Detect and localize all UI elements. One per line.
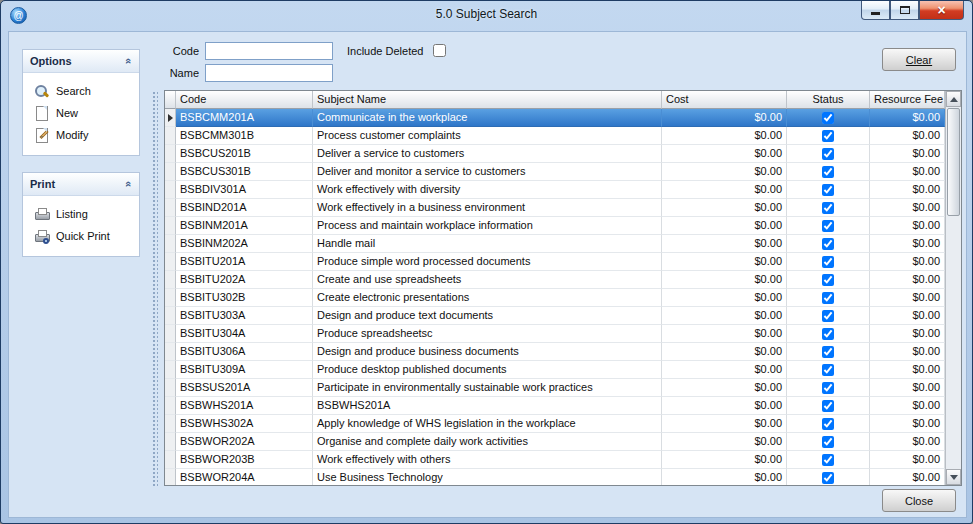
sidebar-item-search[interactable]: Search [27, 80, 135, 102]
search-icon [34, 84, 49, 99]
status-checkbox[interactable] [822, 274, 834, 286]
close-window-button[interactable]: × [919, 1, 964, 20]
column-header-code[interactable]: Code [176, 91, 313, 109]
sidebar-item-quick-print[interactable]: Quick Print [27, 225, 135, 247]
vertical-scrollbar[interactable] [945, 91, 961, 485]
sidebar-item-listing[interactable]: Listing [27, 203, 135, 225]
status-checkbox[interactable] [822, 292, 834, 304]
table-row[interactable]: BSBWOR204AUse Business Technology$0.00$0… [165, 469, 945, 485]
sidebar-item-new[interactable]: New [27, 102, 135, 124]
row-cost: $0.00 [662, 397, 787, 415]
row-indicator [165, 307, 176, 325]
scroll-down-button[interactable] [946, 469, 961, 485]
status-checkbox[interactable] [822, 436, 834, 448]
status-checkbox[interactable] [822, 148, 834, 160]
table-row[interactable]: BSBSUS201AParticipate in environmentally… [165, 379, 945, 397]
row-cost: $0.00 [662, 361, 787, 379]
status-checkbox[interactable] [822, 238, 834, 250]
subjects-grid: Code Subject Name Cost Status Resource F… [164, 90, 962, 486]
table-row[interactable]: BSBDIV301AWork effectively with diversit… [165, 181, 945, 199]
scroll-up-button[interactable] [946, 91, 961, 107]
table-row[interactable]: BSBWHS201ABSBWHS201A$0.00$0.00 [165, 397, 945, 415]
include-deleted-checkbox[interactable] [433, 44, 446, 57]
row-subject-name: Work effectively in a business environme… [313, 199, 662, 217]
status-checkbox[interactable] [822, 130, 834, 142]
row-subject-name: Produce desktop published documents [313, 361, 662, 379]
table-row[interactable]: BSBWOR202AOrganise and complete daily wo… [165, 433, 945, 451]
row-code: BSBITU306A [176, 343, 313, 361]
sidebar-item-modify[interactable]: Modify [27, 124, 135, 146]
status-checkbox[interactable] [822, 418, 834, 430]
row-code: BSBWOR202A [176, 433, 313, 451]
row-code: BSBINM202A [176, 235, 313, 253]
row-resource-fee: $0.00 [870, 343, 945, 361]
column-header-subject-name[interactable]: Subject Name [313, 91, 662, 109]
column-header-cost[interactable]: Cost [662, 91, 787, 109]
table-row[interactable]: BSBITU309AProduce desktop published docu… [165, 361, 945, 379]
status-checkbox[interactable] [822, 256, 834, 268]
status-checkbox[interactable] [822, 400, 834, 412]
table-row[interactable]: BSBCMM301BProcess customer complaints$0.… [165, 127, 945, 145]
options-panel: Options Search New Modify [22, 49, 140, 156]
table-row[interactable]: BSBINM201AProcess and maintain workplace… [165, 217, 945, 235]
table-row[interactable]: BSBCUS201BDeliver a service to customers… [165, 145, 945, 163]
code-input[interactable] [205, 42, 333, 60]
status-checkbox[interactable] [822, 454, 834, 466]
include-deleted-label: Include Deleted [347, 45, 423, 57]
scroll-up-icon [950, 97, 958, 102]
status-checkbox[interactable] [822, 382, 834, 394]
status-checkbox[interactable] [822, 346, 834, 358]
clear-button[interactable]: Clear [882, 48, 956, 71]
row-status [787, 127, 870, 145]
sidebar-item-label: Quick Print [56, 230, 110, 242]
row-indicator [165, 235, 176, 253]
status-checkbox[interactable] [822, 310, 834, 322]
status-checkbox[interactable] [822, 202, 834, 214]
table-row[interactable]: BSBCUS301BDeliver and monitor a service … [165, 163, 945, 181]
splitter-handle[interactable] [151, 90, 158, 486]
row-indicator [165, 343, 176, 361]
status-checkbox[interactable] [822, 184, 834, 196]
new-document-icon [34, 106, 49, 121]
row-indicator [165, 199, 176, 217]
minimize-button[interactable] [861, 1, 890, 20]
table-row[interactable]: BSBITU302BCreate electronic presentation… [165, 289, 945, 307]
row-status [787, 199, 870, 217]
status-checkbox[interactable] [822, 364, 834, 376]
table-row[interactable]: BSBITU201AProduce simple word processed … [165, 253, 945, 271]
close-icon: × [937, 3, 945, 17]
table-row[interactable]: BSBITU306ADesign and produce business do… [165, 343, 945, 361]
status-checkbox[interactable] [822, 112, 834, 124]
code-label: Code [167, 45, 199, 57]
print-panel-header[interactable]: Print [23, 173, 139, 196]
status-checkbox[interactable] [822, 328, 834, 340]
scrollbar-thumb[interactable] [947, 108, 960, 216]
name-input[interactable] [205, 64, 333, 82]
client-area: Options Search New Modify [8, 31, 967, 518]
options-panel-header[interactable]: Options [23, 50, 139, 73]
table-row[interactable]: BSBIND201AWork effectively in a business… [165, 199, 945, 217]
close-button[interactable]: Close [882, 489, 956, 512]
table-row[interactable]: BSBITU304AProduce spreadsheetsc$0.00$0.0… [165, 325, 945, 343]
status-checkbox[interactable] [822, 220, 834, 232]
table-row[interactable]: BSBITU303ADesign and produce text docume… [165, 307, 945, 325]
row-cost: $0.00 [662, 379, 787, 397]
maximize-button[interactable] [890, 1, 919, 20]
collapse-chevron-icon[interactable] [123, 181, 135, 187]
table-row[interactable]: BSBITU202ACreate and use spreadsheets$0.… [165, 271, 945, 289]
table-row[interactable]: BSBWHS302AApply knowledge of WHS legisla… [165, 415, 945, 433]
column-header-resource-fee[interactable]: Resource Fee [870, 91, 945, 109]
column-header-status[interactable]: Status [787, 91, 870, 109]
status-checkbox[interactable] [822, 472, 834, 484]
table-row[interactable]: BSBINM202AHandle mail$0.00$0.00 [165, 235, 945, 253]
collapse-chevron-icon[interactable] [123, 58, 135, 64]
status-checkbox[interactable] [822, 166, 834, 178]
row-status [787, 379, 870, 397]
titlebar[interactable]: @ 5.0 Subject Search × [1, 1, 972, 31]
table-row[interactable]: BSBWOR203BWork effectively with others$0… [165, 451, 945, 469]
row-code: BSBWOR203B [176, 451, 313, 469]
maximize-icon [900, 6, 910, 14]
table-row[interactable]: BSBCMM201ACommunicate in the workplace$0… [165, 109, 945, 127]
row-cost: $0.00 [662, 451, 787, 469]
row-resource-fee: $0.00 [870, 451, 945, 469]
